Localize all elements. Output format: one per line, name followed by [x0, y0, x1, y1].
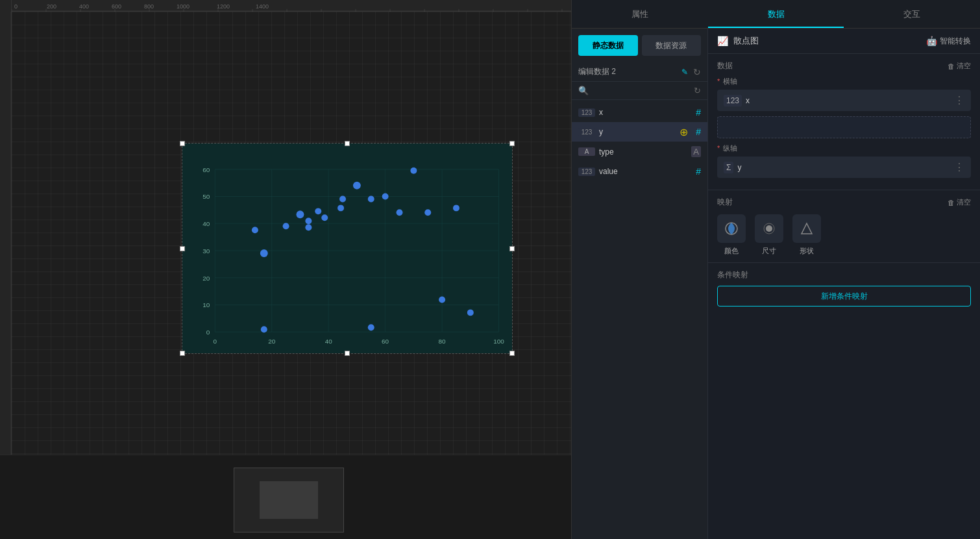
field-item-y[interactable]: 123 y ⊕ #: [572, 122, 707, 142]
dc-cond-title: 条件映射: [717, 270, 971, 281]
field-item-value[interactable]: 123 value #: [572, 162, 707, 181]
mapping-clear-label: 清空: [957, 197, 971, 207]
dc-data-header: 数据 🗑 清空: [717, 60, 971, 71]
mapping-btn-shape[interactable]: 形状: [792, 214, 821, 256]
svg-point-70: [453, 205, 459, 211]
mapping-btn-color[interactable]: 颜色: [717, 214, 746, 256]
y-required: *: [717, 144, 720, 152]
btn-static-data[interactable]: 静态数据: [578, 35, 638, 56]
dc-x-empty: [717, 116, 971, 138]
mapping-shape-label: 形状: [800, 246, 814, 256]
field-item-x[interactable]: 123 x #: [572, 103, 707, 122]
dc-x-field-box[interactable]: 123 x ⋮: [717, 90, 971, 111]
svg-point-69: [424, 209, 431, 216]
ds-search-input[interactable]: [593, 86, 690, 95]
svg-point-58: [321, 214, 328, 221]
btn-data-resource[interactable]: 数据资源: [642, 35, 702, 56]
datasource-panel: 静态数据 数据资源 编辑数据 2 ✎ ↻ 🔍 ↻ 123 x #: [572, 29, 708, 539]
svg-point-67: [397, 209, 403, 216]
field-hash-x: #: [696, 107, 701, 118]
svg-text:0: 0: [213, 338, 217, 345]
dc-y-field-box[interactable]: Σ y ⋮: [717, 157, 971, 178]
dc-y-field-name: y: [737, 163, 950, 172]
dc-mapping-section: 映射 🗑 清空 颜色: [708, 190, 980, 262]
dc-x-label: * 横轴: [717, 77, 971, 86]
svg-point-65: [339, 196, 346, 203]
tab-data[interactable]: 数据: [708, 0, 844, 28]
svg-point-61: [260, 249, 268, 257]
resize-handle-bm[interactable]: [345, 351, 350, 356]
field-type-value: 123: [578, 168, 595, 176]
resize-handle-bl[interactable]: [180, 351, 185, 356]
resize-handle-tr[interactable]: [509, 141, 515, 146]
field-type-x: 123: [578, 108, 595, 117]
ruler-h-canvas: 0 200 400 600 800 1000 1200 1400: [12, 0, 571, 12]
svg-text:200: 200: [47, 3, 56, 10]
field-name-y: y: [599, 127, 692, 136]
dc-mapping-clear-btn[interactable]: 🗑 清空: [948, 197, 971, 207]
dc-x-field-more[interactable]: ⋮: [954, 94, 964, 107]
mapping-size-label: 尺寸: [762, 246, 776, 256]
dc-y-field-more[interactable]: ⋮: [954, 161, 964, 173]
svg-text:0: 0: [206, 329, 210, 336]
field-item-type[interactable]: A type A: [572, 142, 707, 162]
clear-icon: 🗑: [948, 62, 955, 70]
ai-icon: 🤖: [926, 36, 937, 46]
svg-point-76: [766, 225, 772, 232]
field-hash-value: #: [696, 166, 701, 177]
move-icon: ⊕: [680, 126, 688, 138]
mapping-shape-icon: [792, 214, 821, 243]
ds-refresh-icon[interactable]: ↻: [694, 86, 701, 95]
y-axis-label-text: 纵轴: [723, 144, 737, 152]
chart-wrapper[interactable]: 60 50 40 30 20 10 0 0 20 40 60 80 100: [182, 143, 513, 354]
svg-text:1000: 1000: [177, 3, 190, 10]
dc-x-field-icon: 123: [724, 95, 742, 107]
dc-clear-btn[interactable]: 🗑 清空: [948, 61, 971, 71]
svg-rect-27: [183, 144, 512, 353]
svg-point-59: [305, 224, 312, 231]
field-type-y: 123: [578, 128, 595, 136]
canvas-area: 0 200 400 600 800 1000 1200 1400: [0, 0, 571, 539]
svg-text:30: 30: [202, 247, 210, 255]
svg-point-57: [315, 208, 321, 214]
mapping-clear-icon: 🗑: [948, 199, 955, 207]
dc-data-section: 数据 🗑 清空 * 横轴 123 x ⋮: [708, 54, 980, 190]
resize-handle-br[interactable]: [509, 351, 515, 356]
svg-text:20: 20: [202, 275, 210, 282]
tab-attributes[interactable]: 属性: [572, 0, 708, 28]
svg-text:1200: 1200: [217, 3, 230, 10]
svg-text:10: 10: [202, 301, 210, 308]
resize-handle-tm[interactable]: [345, 141, 350, 146]
svg-text:20: 20: [268, 338, 276, 345]
resize-handle-ml[interactable]: [180, 246, 185, 251]
ds-edit-row: 编辑数据 2 ✎ ↻: [572, 62, 707, 82]
tab-interaction[interactable]: 交互: [844, 0, 980, 28]
mapping-color-icon: [717, 214, 746, 243]
svg-text:40: 40: [202, 220, 210, 227]
svg-text:40: 40: [325, 338, 333, 345]
dc-data-title: 数据: [717, 60, 948, 71]
resize-handle-tl[interactable]: [180, 141, 185, 146]
svg-point-63: [353, 182, 361, 190]
pencil-icon[interactable]: ✎: [681, 68, 688, 77]
svg-text:800: 800: [144, 3, 154, 10]
svg-text:1400: 1400: [256, 3, 269, 10]
dc-chart-title: 散点图: [733, 35, 921, 47]
field-hash-y: #: [696, 127, 701, 137]
minimap-inner: [234, 468, 344, 533]
field-name-type: type: [599, 147, 687, 157]
dc-add-cond-btn[interactable]: 新增条件映射: [717, 286, 971, 307]
minimap: [0, 455, 571, 539]
scatter-chart-svg: 60 50 40 30 20 10 0 0 20 40 60 80 100: [182, 144, 512, 353]
ds-search-row: 🔍 ↻: [572, 82, 707, 100]
mapping-btn-size[interactable]: 尺寸: [755, 214, 783, 256]
resize-handle-mr[interactable]: [509, 246, 515, 251]
refresh-icon[interactable]: ↻: [693, 67, 701, 77]
dc-y-field-icon: Σ: [724, 162, 733, 173]
x-axis-label-text: 横轴: [723, 77, 737, 85]
svg-point-55: [296, 210, 304, 218]
field-list: 123 x # 123 y ⊕ # A type A 123 va: [572, 100, 707, 539]
dc-ai-btn[interactable]: 🤖 智能转换: [926, 36, 971, 47]
svg-text:100: 100: [493, 338, 504, 345]
svg-marker-78: [802, 223, 812, 234]
